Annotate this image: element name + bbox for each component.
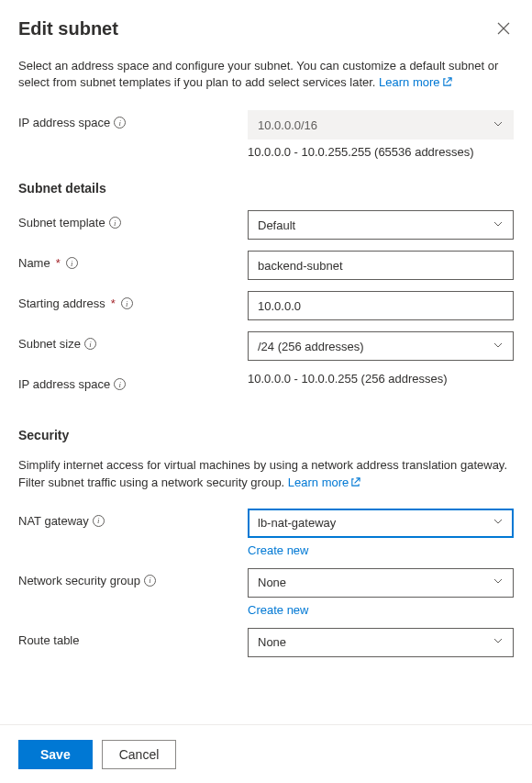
name-label: Name xyxy=(18,256,50,270)
subnet-details-heading: Subnet details xyxy=(18,181,514,196)
footer: Save Cancel xyxy=(0,724,532,783)
name-value: backend-subnet xyxy=(258,259,343,273)
external-link-icon xyxy=(350,475,360,492)
chevron-down-icon xyxy=(493,576,504,589)
required-indicator: * xyxy=(111,296,116,310)
nsg-create-new-link[interactable]: Create new xyxy=(248,603,308,617)
nat-create-new-link[interactable]: Create new xyxy=(248,543,308,557)
save-button[interactable]: Save xyxy=(18,740,93,769)
nat-gateway-label: NAT gateway xyxy=(18,514,89,528)
ip-space-value: 10.0.0.0/16 xyxy=(258,118,317,132)
subnet-template-label: Subnet template xyxy=(18,216,105,229)
subnet-template-select[interactable]: Default xyxy=(248,210,514,240)
security-learn-more-link[interactable]: Learn more xyxy=(288,475,360,489)
nat-gateway-value: lb-nat-gateway xyxy=(258,516,336,530)
security-heading: Security xyxy=(18,428,514,442)
nsg-label: Network security group xyxy=(18,574,140,587)
route-table-label: Route table xyxy=(18,633,80,647)
subnet-size-select[interactable]: /24 (256 addresses) xyxy=(248,331,514,361)
cancel-button[interactable]: Cancel xyxy=(102,740,177,769)
name-input[interactable]: backend-subnet xyxy=(248,251,514,280)
security-intro: Simplify internet access for virtual mac… xyxy=(18,457,514,491)
info-icon[interactable]: i xyxy=(93,515,105,527)
security-intro-text: Simplify internet access for virtual mac… xyxy=(18,458,507,488)
required-indicator: * xyxy=(56,256,61,270)
intro-learn-more-label: Learn more xyxy=(379,75,439,89)
subnet-size-label: Subnet size xyxy=(18,337,81,351)
chevron-down-icon xyxy=(493,118,504,132)
ip-space-label: IP address space xyxy=(18,116,110,129)
info-icon[interactable]: i xyxy=(66,257,78,269)
subnet-ip-range-value: 10.0.0.0 - 10.0.0.255 (256 addresses) xyxy=(248,372,514,386)
ip-space-select: 10.0.0.0/16 xyxy=(248,110,514,140)
intro-learn-more-link[interactable]: Learn more xyxy=(379,75,451,89)
nsg-select[interactable]: None xyxy=(248,568,514,598)
info-icon[interactable]: i xyxy=(84,338,96,350)
close-button[interactable] xyxy=(493,18,514,41)
info-icon[interactable]: i xyxy=(114,378,126,390)
starting-address-label: Starting address xyxy=(18,296,105,310)
page-title: Edit subnet xyxy=(18,18,118,39)
starting-address-input[interactable]: 10.0.0.0 xyxy=(248,291,514,320)
intro-text: Select an address space and configure yo… xyxy=(18,58,514,92)
close-icon xyxy=(497,24,510,38)
chevron-down-icon xyxy=(493,218,504,232)
security-learn-more-label: Learn more xyxy=(288,475,349,489)
nsg-value: None xyxy=(258,576,286,589)
subnet-template-value: Default xyxy=(258,218,295,232)
external-link-icon xyxy=(442,75,452,92)
ip-space-range: 10.0.0.0 - 10.0.255.255 (65536 addresses… xyxy=(248,145,514,159)
starting-address-value: 10.0.0.0 xyxy=(258,299,301,313)
info-icon[interactable]: i xyxy=(114,117,126,129)
route-table-value: None xyxy=(258,635,286,649)
info-icon[interactable]: i xyxy=(144,575,156,587)
subnet-size-value: /24 (256 addresses) xyxy=(258,340,364,353)
nat-gateway-select[interactable]: lb-nat-gateway xyxy=(248,509,514,538)
route-table-select[interactable]: None xyxy=(248,628,514,657)
chevron-down-icon xyxy=(493,516,504,530)
info-icon[interactable]: i xyxy=(121,297,133,309)
chevron-down-icon xyxy=(493,340,504,353)
chevron-down-icon xyxy=(493,635,504,649)
subnet-ip-range-label: IP address space xyxy=(18,377,110,391)
info-icon[interactable]: i xyxy=(109,217,121,229)
